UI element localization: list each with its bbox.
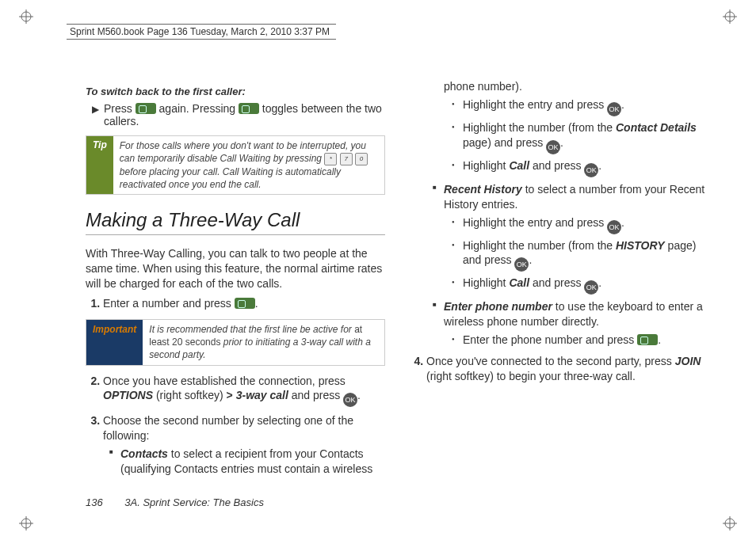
ok-key-icon: OK xyxy=(607,220,621,234)
sub-item: Highlight the entry and press OK. xyxy=(452,215,708,234)
bullet-arrow-icon: ▶ xyxy=(92,102,99,116)
instruction-text: Press again. Pressing toggles between th… xyxy=(104,102,385,127)
step-4: Once you've connected to the second part… xyxy=(426,354,708,384)
crop-mark-icon xyxy=(723,10,737,24)
ok-key-icon: OK xyxy=(584,163,598,177)
page-header: Sprint M560.book Page 136 Tuesday, March… xyxy=(67,24,336,40)
important-body: It is recommended that the first line be… xyxy=(143,320,384,365)
page-number: 136 xyxy=(86,496,103,508)
talk-key-icon xyxy=(136,103,156,114)
crop-mark-icon xyxy=(19,10,33,24)
tip-callout: Tip For those calls where you don't want… xyxy=(86,135,385,195)
sub-item: Highlight the entry and press OK. xyxy=(452,97,708,116)
option-recent-history: Recent History to select a number from y… xyxy=(433,182,708,295)
key-icon: 0 xyxy=(355,153,368,165)
sub-item: Highlight Call and press OK. xyxy=(452,158,708,177)
talk-key-icon xyxy=(235,298,255,309)
ok-key-icon: OK xyxy=(343,393,357,407)
important-callout: Important It is recommended that the fir… xyxy=(86,319,385,366)
section-title: Making a Three-Way Call xyxy=(86,209,385,235)
ok-key-icon: OK xyxy=(607,102,621,116)
key-icon: * xyxy=(324,153,337,165)
intro-paragraph: With Three-Way Calling, you can talk to … xyxy=(86,246,385,291)
option-enter-phone: Enter phone number to use the keyboard t… xyxy=(433,299,708,348)
talk-key-icon xyxy=(239,103,259,114)
important-label: Important xyxy=(86,320,143,365)
footer-title: 3A. Sprint Service: The Basics xyxy=(124,496,264,508)
sub-item: Enter the phone number and press . xyxy=(452,333,708,348)
crop-mark-icon xyxy=(723,516,737,530)
crop-mark-icon xyxy=(19,516,33,530)
page-footer: 136 3A. Sprint Service: The Basics xyxy=(86,496,264,508)
page-content: To switch back to the first caller: ▶ Pr… xyxy=(86,79,708,485)
sub-item: Highlight Call and press OK. xyxy=(452,276,708,295)
tip-body: For those calls where you don't want to … xyxy=(113,136,384,194)
sub-item: Highlight the number (from the Contact D… xyxy=(452,120,708,154)
sub-item: Highlight the number (from the HISTORY p… xyxy=(452,238,708,272)
ok-key-icon: OK xyxy=(584,280,598,295)
step-1: Enter a number and press . Important It … xyxy=(103,296,385,365)
key-icon: 7 xyxy=(340,153,353,165)
instruction-row: ▶ Press again. Pressing toggles between … xyxy=(92,102,385,127)
talk-key-icon xyxy=(637,334,658,345)
tip-label: Tip xyxy=(86,136,113,194)
step-2: Once you have established the connection… xyxy=(103,374,385,408)
ok-key-icon: OK xyxy=(514,257,529,272)
switch-back-heading: To switch back to the first caller: xyxy=(86,86,385,97)
ok-key-icon: OK xyxy=(546,140,560,154)
